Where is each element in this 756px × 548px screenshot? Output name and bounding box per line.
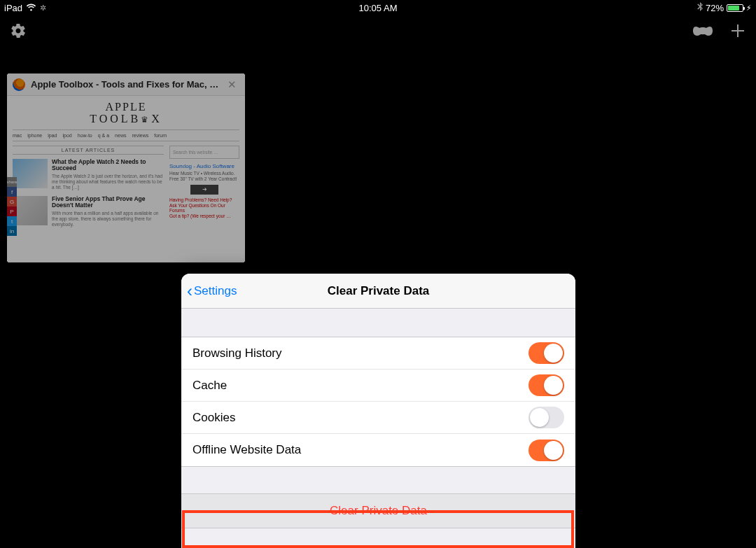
- status-bar: iPad ✲ 10:05 AM 72% ⚡︎: [0, 0, 756, 15]
- battery-percent: 72%: [706, 3, 724, 13]
- new-tab-button[interactable]: [727, 20, 749, 42]
- toggle-row-cache: Cache: [181, 370, 575, 402]
- toggle-switch[interactable]: [528, 374, 564, 396]
- modal-title: Clear Private Data: [328, 284, 430, 298]
- back-button[interactable]: ‹ Settings: [181, 283, 237, 300]
- back-label: Settings: [194, 284, 237, 298]
- toggle-switch[interactable]: [528, 407, 564, 428]
- chevron-left-icon: ‹: [187, 283, 192, 300]
- toggle-label: Cookies: [192, 411, 235, 425]
- toggle-switch[interactable]: [528, 440, 564, 461]
- toggle-row-browsing-history: Browsing History: [181, 337, 575, 370]
- toggle-row-cookies: Cookies: [181, 402, 575, 434]
- settings-button[interactable]: [7, 20, 29, 42]
- tab-thumbnail[interactable]: Apple Toolbox - Tools and Fixes for Mac,…: [7, 73, 245, 262]
- private-mode-button[interactable]: [692, 20, 714, 42]
- clear-private-data-button[interactable]: Clear Private Data: [181, 494, 575, 528]
- toggle-label: Cache: [192, 379, 227, 393]
- toggle-list: Browsing HistoryCacheCookiesOffline Webs…: [181, 337, 575, 467]
- battery-icon: [727, 4, 743, 12]
- loading-icon: ✲: [40, 3, 46, 13]
- clock: 10:05 AM: [359, 3, 398, 13]
- device-label: iPad: [4, 3, 22, 13]
- clear-private-data-modal: ‹ Settings Clear Private Data Browsing H…: [181, 274, 575, 548]
- browser-toolbar: [0, 15, 756, 46]
- toggle-label: Browsing History: [192, 346, 282, 360]
- bluetooth-icon: [697, 2, 703, 13]
- modal-nav-bar: ‹ Settings Clear Private Data: [181, 274, 575, 309]
- charging-icon: ⚡︎: [746, 3, 752, 13]
- toggle-row-offline-website-data: Offline Website Data: [181, 434, 575, 466]
- toggle-label: Offline Website Data: [192, 443, 301, 457]
- toggle-switch[interactable]: [528, 342, 564, 364]
- wifi-icon: [26, 3, 36, 13]
